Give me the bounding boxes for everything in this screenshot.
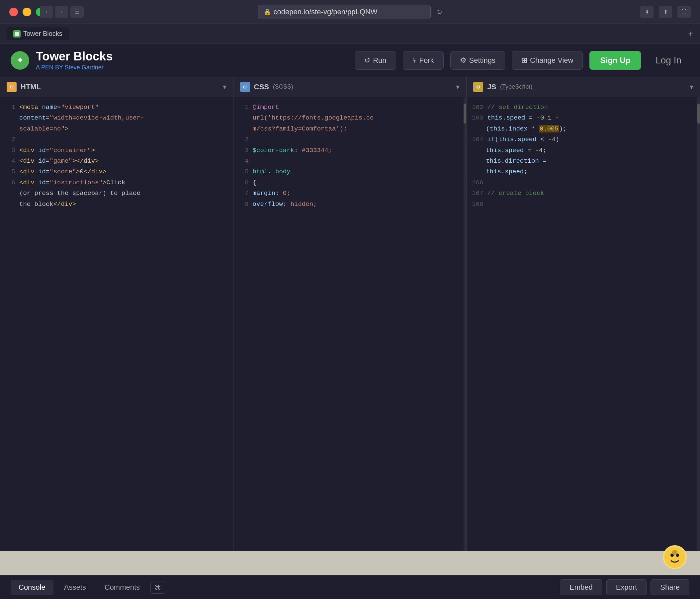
- assets-tab[interactable]: Assets: [56, 580, 94, 595]
- svg-rect-0: [15, 32, 19, 36]
- code-line: this.direction =: [472, 156, 695, 166]
- view-icon: ⊞: [521, 56, 527, 65]
- share-window-button[interactable]: ⬆: [659, 6, 672, 18]
- code-line: url('https://fonts.googleapis.co: [239, 113, 461, 123]
- user-avatar[interactable]: [663, 545, 687, 569]
- js-scrollbar-thumb: [697, 104, 700, 124]
- login-button[interactable]: Log In: [648, 50, 690, 70]
- html-panel-header: ⚙ HTML ▾: [0, 77, 233, 97]
- export-label: Export: [616, 583, 637, 591]
- html-lang-label: HTML: [21, 83, 41, 91]
- fullscreen-button[interactable]: ⛶: [677, 6, 691, 18]
- run-label: Run: [373, 56, 386, 65]
- css-panel: ⚙ CSS (SCSS) ▾ 1 @import url('https://fo…: [233, 77, 467, 551]
- export-button[interactable]: Export: [606, 579, 647, 595]
- address-bar-container: 🔒 codepen.io/ste-vg/pen/ppLQNW ↻: [258, 5, 442, 19]
- pen-title: Tower Blocks: [36, 49, 112, 64]
- css-lang-icon: ⚙: [240, 82, 250, 92]
- code-line: 4 <div id="game"></div>: [5, 156, 228, 166]
- titlebar: ‹ › ☰ 🔒 codepen.io/ste-vg/pen/ppLQNW ↻ ⬇…: [0, 0, 700, 24]
- share-label: Share: [660, 583, 680, 591]
- console-label: Console: [19, 583, 46, 591]
- url-text: codepen.io/ste-vg/pen/ppLQNW: [274, 8, 378, 16]
- assets-label: Assets: [64, 583, 86, 591]
- code-line: 8 overflow: hidden;: [239, 199, 461, 209]
- js-panel-header: ⚙ JS (TypeScript) ▾: [467, 77, 700, 97]
- download-button[interactable]: ⬇: [640, 6, 653, 18]
- svg-point-13: [672, 550, 677, 555]
- minimize-button[interactable]: [23, 8, 31, 16]
- pen-author-name[interactable]: Steve Gardner: [65, 64, 104, 71]
- code-line: 5 html, body: [239, 167, 461, 177]
- forward-button[interactable]: ›: [55, 6, 68, 18]
- code-line: m/css?family=Comfortaa');: [239, 124, 461, 134]
- code-line: 162 // set direction: [472, 102, 695, 112]
- sidebar-toggle-button[interactable]: ☰: [70, 6, 84, 18]
- code-line: 163 this.speed = -0.1 -: [472, 113, 695, 123]
- code-line: this.speed;: [472, 167, 695, 177]
- css-editor-content[interactable]: 1 @import url('https://fonts.googleapis.…: [233, 97, 467, 551]
- tabbar: Tower Blocks +: [0, 24, 700, 44]
- code-line: 1 <meta name="viewport": [5, 102, 228, 112]
- code-line: scalable=no">: [5, 124, 228, 134]
- code-line: 2: [239, 134, 461, 145]
- code-line: 168: [472, 199, 695, 209]
- embed-button[interactable]: Embed: [560, 579, 602, 595]
- js-expand-button[interactable]: ▾: [690, 83, 693, 91]
- back-button[interactable]: ‹: [40, 6, 53, 18]
- js-editor-content[interactable]: 162 // set direction 163 this.speed = -0…: [467, 97, 700, 551]
- html-lang-icon: ⚙: [7, 82, 17, 92]
- js-panel: ⚙ JS (TypeScript) ▾ 162 // set direction…: [467, 77, 700, 551]
- fork-button[interactable]: ⑂ Fork: [403, 51, 444, 70]
- code-line: (this.index * 0.005);: [472, 124, 695, 134]
- html-panel: ⚙ HTML ▾ 1 <meta name="viewport" content…: [0, 77, 233, 551]
- lock-icon: 🔒: [264, 8, 271, 16]
- cmd-button[interactable]: ⌘: [150, 581, 165, 594]
- bottom-right-actions: Embed Export Share: [560, 579, 690, 595]
- pen-author: A PEN BY Steve Gardner: [36, 64, 112, 71]
- tab-title: Tower Blocks: [23, 30, 62, 38]
- comments-tab[interactable]: Comments: [97, 580, 148, 595]
- js-scrollbar[interactable]: [697, 97, 700, 551]
- signup-button[interactable]: Sign Up: [590, 51, 641, 70]
- refresh-button[interactable]: ↻: [437, 8, 442, 16]
- change-view-button[interactable]: ⊞ Change View: [512, 51, 583, 70]
- tab-tower-blocks[interactable]: Tower Blocks: [7, 27, 69, 40]
- css-scrollbar-thumb: [464, 104, 466, 124]
- login-label: Log In: [655, 55, 681, 66]
- css-lang-label: CSS: [254, 83, 269, 91]
- code-line: 3 $color-dark: #333344;: [239, 145, 461, 155]
- embed-label: Embed: [570, 583, 593, 591]
- settings-button[interactable]: ⚙ Settings: [450, 51, 505, 70]
- change-view-label: Change View: [530, 56, 573, 65]
- add-tab-button[interactable]: +: [688, 29, 693, 39]
- share-button[interactable]: Share: [651, 579, 690, 595]
- header-toolbar: ✦ Tower Blocks A PEN BY Steve Gardner ↺ …: [0, 44, 700, 77]
- traffic-lights: [9, 8, 45, 16]
- code-line: 167 // create block: [472, 188, 695, 198]
- console-tab[interactable]: Console: [10, 580, 53, 595]
- js-lang-sub: (TypeScript): [500, 83, 532, 90]
- window-controls-right: ⬇ ⬆ ⛶: [640, 6, 691, 18]
- css-scrollbar[interactable]: [464, 97, 466, 551]
- run-button[interactable]: ↺ Run: [355, 51, 396, 70]
- js-lang-label: JS: [487, 83, 496, 91]
- code-line: 3 <div id="container">: [5, 145, 228, 155]
- css-lang-sub: (SCSS): [273, 83, 293, 90]
- svg-point-10: [664, 547, 685, 568]
- html-editor-content[interactable]: 1 <meta name="viewport" content="width=d…: [0, 97, 233, 551]
- code-line: 2: [5, 134, 228, 145]
- code-line: 166: [472, 178, 695, 188]
- code-line: 164 if(this.speed < -4): [472, 134, 695, 145]
- nav-buttons: ‹ › ☰: [40, 6, 84, 18]
- address-bar[interactable]: 🔒 codepen.io/ste-vg/pen/ppLQNW: [258, 5, 431, 19]
- html-expand-button[interactable]: ▾: [223, 83, 226, 91]
- css-expand-button[interactable]: ▾: [456, 83, 459, 91]
- pen-info: Tower Blocks A PEN BY Steve Gardner: [36, 49, 112, 71]
- css-panel-header: ⚙ CSS (SCSS) ▾: [233, 77, 467, 97]
- fork-label: Fork: [419, 56, 434, 65]
- main-area: ⚙ HTML ▾ 1 <meta name="viewport" content…: [0, 77, 700, 551]
- code-line: 7 margin: 0;: [239, 188, 461, 198]
- comments-label: Comments: [105, 583, 140, 591]
- close-button[interactable]: [9, 8, 18, 16]
